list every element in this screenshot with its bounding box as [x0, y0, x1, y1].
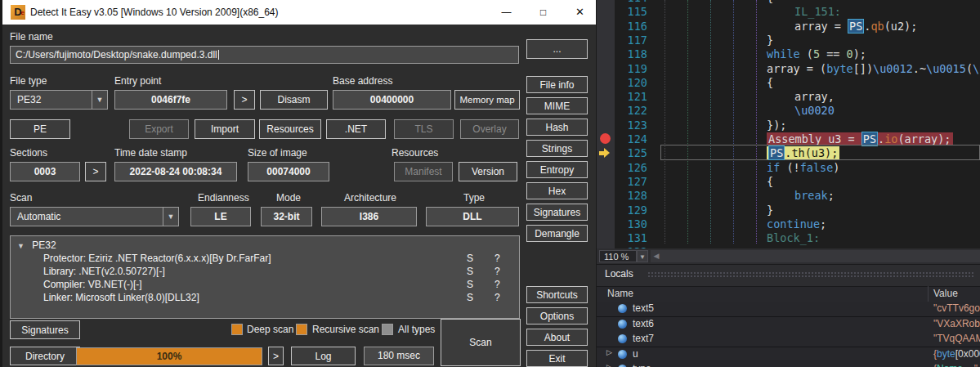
code-text[interactable]: {	[767, 75, 773, 90]
horizontal-scrollbar[interactable]: ◀	[651, 250, 980, 262]
code-text[interactable]: while (5 == 0);	[767, 47, 866, 61]
code-text[interactable]: Assembly u3 = PS.io(array);	[767, 132, 953, 146]
locals-row-text6[interactable]: text6"VXaXRob3	[597, 317, 980, 333]
scan-button[interactable]: Scan	[441, 319, 521, 366]
side-button-options[interactable]: Options	[526, 307, 588, 324]
locals-row-type[interactable]: ▷type{Name = "	[597, 362, 980, 367]
code-text[interactable]: }	[767, 203, 773, 217]
code-line-116[interactable]: 116array = PS.qb(u2);	[597, 19, 980, 34]
side-button-file-info[interactable]: File info	[526, 76, 588, 93]
close-button[interactable]: ✕	[562, 0, 598, 25]
disasm-button[interactable]: Disasm	[260, 90, 328, 110]
code-line-128[interactable]: 128break;	[597, 188, 980, 203]
result-signature-link[interactable]: S	[467, 266, 473, 277]
version-button[interactable]: Version	[459, 162, 517, 181]
code-line-124[interactable]: 124Assembly u3 = PS.io(array);	[597, 132, 980, 146]
code-line-120[interactable]: 120{	[597, 75, 980, 90]
side-button-entropy[interactable]: Entropy	[526, 161, 588, 178]
file-name-input[interactable]: C:/Users/fujimoto/Desktop/snake.dumped.3…	[10, 46, 519, 64]
code-text[interactable]: array = (byte[])\u0012.~\u0015(\u00	[767, 61, 980, 76]
checkbox-deep-scan[interactable]	[231, 324, 243, 335]
code-line-129[interactable]: 129}	[597, 203, 980, 217]
result-info-link[interactable]: ?	[494, 253, 500, 264]
result-signature-link[interactable]: S	[467, 279, 473, 290]
code-line-126[interactable]: 126if (!false)	[597, 160, 980, 175]
sections-expand-button[interactable]: >	[85, 162, 106, 181]
side-button-about[interactable]: About	[526, 329, 588, 346]
pe-section-button-net[interactable]: .NET	[326, 119, 386, 139]
locals-value-column-header[interactable]: Value	[933, 288, 958, 299]
pe-section-button-pe[interactable]: PE	[10, 119, 70, 139]
result-info-link[interactable]: ?	[494, 279, 500, 290]
minimize-button[interactable]: —	[488, 0, 525, 25]
result-info-link[interactable]: ?	[494, 266, 500, 277]
memory-map-button[interactable]: Memory map	[454, 90, 520, 110]
code-text[interactable]: \u0020	[794, 103, 835, 118]
browse-button[interactable]: ...	[526, 39, 588, 59]
side-button-demangle[interactable]: Demangle	[526, 225, 588, 242]
checkbox-recursive-scan[interactable]	[296, 324, 307, 335]
execution-arrow-icon[interactable]	[599, 148, 610, 158]
side-button-exit[interactable]: Exit	[526, 350, 588, 367]
code-line-121[interactable]: 121array,	[597, 89, 980, 104]
locals-header-row[interactable]: Name Value	[597, 286, 980, 302]
collapse-triangle-icon[interactable]: ▼	[17, 242, 25, 250]
pe-section-button-overlay[interactable]: Overlay	[460, 119, 519, 139]
code-text[interactable]: });	[767, 118, 786, 132]
pe-section-button-export[interactable]: Export	[129, 119, 189, 139]
side-button-strings[interactable]: Strings	[526, 140, 588, 157]
code-text[interactable]: IL_151:	[794, 4, 841, 19]
result-info-link[interactable]: ?	[494, 292, 500, 303]
directory-button[interactable]: Directory	[10, 347, 80, 365]
maximize-button[interactable]: □	[525, 0, 562, 25]
code-line-125[interactable]: 125PS.th(u3);	[597, 145, 980, 160]
locals-row-u[interactable]: ▷u{byte[0x000	[597, 347, 980, 363]
result-row[interactable]: Library: .NET(v2.0.50727)[-]	[43, 266, 165, 277]
result-signature-link[interactable]: S	[467, 253, 473, 264]
expand-triangle-icon[interactable]: ▷	[606, 348, 612, 356]
code-line-127[interactable]: 127{	[597, 174, 980, 189]
side-button-shortcuts[interactable]: Shortcuts	[526, 286, 588, 303]
result-row[interactable]: Protector: Eziriz .NET Reactor(6.x.x.x)[…	[43, 253, 271, 264]
log-expand-button[interactable]: >	[268, 347, 284, 365]
scroll-left-icon[interactable]: ◀	[651, 250, 662, 262]
breakpoint-icon[interactable]	[600, 133, 611, 144]
code-text[interactable]: array,	[794, 89, 835, 104]
result-row[interactable]: Compiler: VB.NET(-)[-]	[43, 279, 142, 290]
result-row[interactable]: Linker: Microsoft Linker(8.0)[DLL32]	[43, 292, 199, 303]
scan-mode-combo[interactable]: Automatic▼	[10, 207, 179, 226]
code-line-118[interactable]: 118while (5 == 0);	[597, 47, 980, 61]
side-button-hash[interactable]: Hash	[526, 119, 588, 136]
code-text[interactable]: Block_1:	[767, 230, 820, 245]
zoom-level-value[interactable]: 110 %	[599, 250, 637, 262]
code-text[interactable]: if (!false)	[767, 160, 839, 175]
locals-name-column-header[interactable]: Name	[607, 288, 633, 299]
pe-section-button-tls[interactable]: TLS	[394, 119, 454, 139]
scan-results-box[interactable]: ▼ PE32Protector: Eziriz .NET Reactor(6.x…	[10, 235, 520, 319]
code-text[interactable]: }	[767, 33, 773, 47]
side-button-signatures[interactable]: Signatures	[526, 204, 588, 221]
code-text[interactable]: array = PS.qb(u2);	[794, 19, 917, 34]
signatures-bottom-button[interactable]: Signatures	[10, 320, 80, 339]
code-line-115[interactable]: 115IL_151:	[597, 4, 980, 19]
code-line-122[interactable]: 122\u0020	[597, 103, 980, 118]
code-text[interactable]: {	[767, 174, 773, 189]
manifest-button[interactable]: Manifest	[394, 162, 453, 181]
entry-point-expand-button[interactable]: >	[234, 90, 255, 110]
pe-section-button-import[interactable]: Import	[195, 119, 255, 139]
code-text[interactable]: break;	[794, 188, 835, 203]
file-type-combo[interactable]: PE32▼	[10, 90, 108, 110]
die-titlebar[interactable]: De Detect It Easy v3.05 [Windows 10 Vers…	[2, 0, 596, 25]
locals-row-text7[interactable]: text7"TVqQAAM	[597, 332, 980, 347]
locals-row-text5[interactable]: text5"cvTTv6goc	[597, 302, 980, 317]
code-line-123[interactable]: 123});	[597, 118, 980, 132]
checkbox-all-types[interactable]	[382, 324, 393, 335]
code-line-131[interactable]: 131Block_1:	[597, 230, 980, 245]
code-line-130[interactable]: 130continue;	[597, 217, 980, 231]
zoom-dropdown-button[interactable]: ▼	[637, 250, 648, 262]
code-line-117[interactable]: 117}	[597, 33, 980, 47]
log-button[interactable]: Log	[291, 347, 356, 365]
decompiled-code-panel[interactable]: 114{115IL_151:116array = PS.qb(u2);117}1…	[597, 0, 980, 248]
side-button-hex[interactable]: Hex	[526, 182, 588, 199]
code-text[interactable]: PS.th(u3);	[767, 145, 839, 160]
